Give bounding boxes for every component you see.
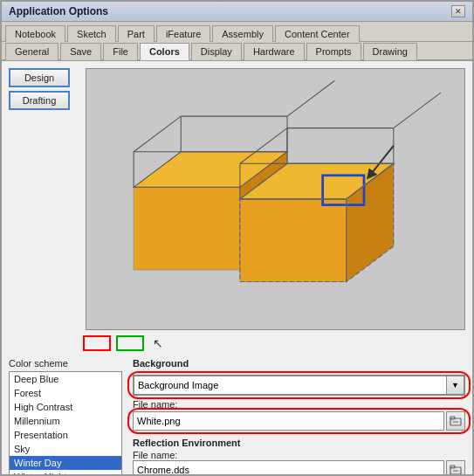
title-bar: Application Options ✕	[2, 2, 472, 22]
application-options-window: Application Options ✕ Notebook Sketch Pa…	[0, 0, 474, 476]
main-area: Design Drafting	[9, 68, 465, 330]
svg-marker-1	[134, 187, 240, 270]
reflection-file-label: File name:	[133, 450, 465, 460]
scheme-presentation[interactable]: Presentation	[10, 428, 121, 442]
tab-drawing[interactable]: Drawing	[363, 43, 417, 60]
tab-notebook[interactable]: Notebook	[5, 25, 65, 42]
background-label: Background	[133, 358, 465, 369]
background-dropdown-container: Background Image ▼	[133, 375, 465, 396]
file-name-value: White.png	[137, 416, 181, 426]
dropdown-value: Background Image	[138, 380, 218, 390]
tab-content-center[interactable]: Content Center	[275, 25, 360, 42]
reflection-label: Reflection Environment	[133, 438, 465, 448]
color-indicators: ↖	[83, 335, 465, 351]
window-title: Application Options	[9, 5, 108, 17]
tab-part[interactable]: Part	[118, 25, 155, 42]
dropdown-arrow-button[interactable]: ▼	[447, 376, 464, 395]
color-scheme-label: Color scheme	[9, 358, 122, 369]
color-indicator-red	[83, 335, 111, 351]
drafting-button[interactable]: Drafting	[9, 91, 70, 110]
tabs-row1: Notebook Sketch Part iFeature Assembly C…	[2, 22, 472, 42]
reflection-file-input[interactable]: Chrome.dds	[133, 460, 444, 474]
background-image-dropdown[interactable]: Background Image	[134, 376, 447, 395]
color-indicator-green	[116, 335, 144, 351]
tab-prompts[interactable]: Prompts	[306, 43, 361, 60]
reflection-file-row: Chrome.dds	[133, 460, 465, 474]
tab-assembly[interactable]: Assembly	[212, 25, 273, 42]
preview-svg	[86, 69, 464, 329]
left-panel: Design Drafting	[9, 68, 79, 330]
file-input-row: White.png	[133, 411, 465, 431]
preview-area	[86, 68, 465, 330]
scheme-high-contrast[interactable]: High Contrast	[10, 400, 121, 414]
file-name-input[interactable]: White.png	[133, 411, 444, 431]
cursor-indicator: ↖	[153, 336, 163, 350]
reflection-file-value: Chrome.dds	[137, 465, 189, 474]
reflection-section: Reflection Environment File name: Chrome…	[133, 438, 465, 474]
scheme-millennium[interactable]: Millennium	[10, 414, 121, 428]
tab-file[interactable]: File	[103, 43, 138, 60]
tab-display[interactable]: Display	[191, 43, 242, 60]
background-dropdown-wrapper: Background Image ▼	[133, 375, 465, 396]
design-button[interactable]: Design	[9, 68, 70, 87]
scheme-winter-day[interactable]: Winter Day	[10, 456, 121, 470]
file-browse-button[interactable]	[446, 411, 465, 431]
bottom-section: Color scheme Deep Blue Forest High Contr…	[9, 358, 465, 474]
file-name-row: File name: White.png	[133, 399, 465, 431]
scheme-deep-blue[interactable]: Deep Blue	[10, 372, 121, 386]
tab-sketch[interactable]: Sketch	[67, 25, 116, 42]
reflection-browse-button[interactable]	[446, 460, 465, 474]
scheme-sky[interactable]: Sky	[10, 442, 121, 456]
scheme-forest[interactable]: Forest	[10, 386, 121, 400]
color-scheme-panel: Color scheme Deep Blue Forest High Contr…	[9, 358, 122, 474]
content-area: Design Drafting	[2, 61, 472, 474]
scheme-winter-night[interactable]: Winter Night	[10, 470, 121, 474]
file-input-container: White.png	[133, 411, 465, 431]
tab-colors[interactable]: Colors	[140, 43, 189, 60]
close-button[interactable]: ✕	[451, 5, 465, 17]
tab-ifeature[interactable]: iFeature	[156, 25, 210, 42]
browse-icon	[450, 416, 462, 426]
tab-general[interactable]: General	[5, 43, 58, 60]
tabs-row2: General Save File Colors Display Hardwar…	[2, 42, 472, 61]
svg-marker-12	[240, 199, 347, 282]
tab-hardware[interactable]: Hardware	[244, 43, 305, 60]
file-name-label: File name:	[133, 399, 465, 410]
reflection-browse-icon	[450, 465, 462, 474]
scheme-list[interactable]: Deep Blue Forest High Contrast Millenniu…	[9, 371, 122, 474]
background-panel: Background Background Image ▼ File name:	[133, 358, 465, 474]
title-controls: ✕	[451, 5, 465, 17]
tab-save[interactable]: Save	[60, 43, 101, 60]
